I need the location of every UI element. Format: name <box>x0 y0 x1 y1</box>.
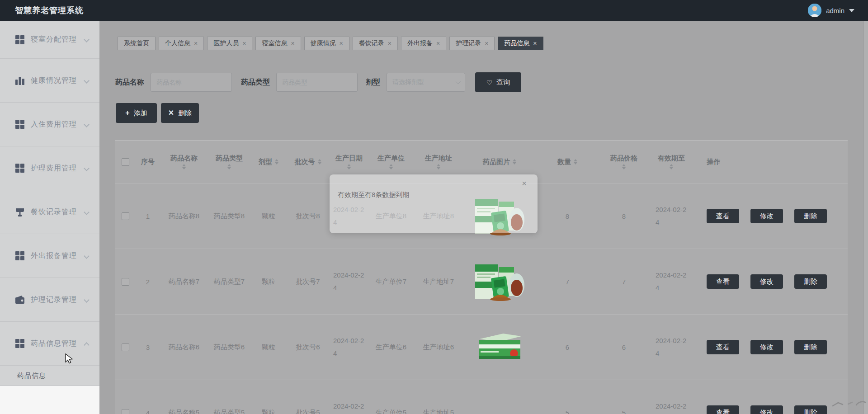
tab-health-status[interactable]: 健康情况× <box>304 37 349 50</box>
cell-addr: 生产地址5 <box>414 409 463 414</box>
cell-addr: 生产地址7 <box>414 278 463 286</box>
sort-icon[interactable] <box>227 164 231 169</box>
delete-row-button[interactable]: 删除 <box>794 274 827 289</box>
close-icon[interactable]: × <box>533 40 537 47</box>
sort-icon[interactable] <box>389 164 393 169</box>
sort-icon[interactable] <box>670 164 673 169</box>
sidebar-item-dining-records[interactable]: 餐饮记录管理 <box>0 190 99 234</box>
delete-row-button[interactable]: 删除 <box>794 209 827 223</box>
column-header-image[interactable]: 药品图片 <box>463 158 536 166</box>
sort-icon[interactable] <box>574 159 577 165</box>
close-icon[interactable]: × <box>485 40 488 47</box>
tab-label: 餐饮记录 <box>359 39 384 47</box>
sidebar-item-label: 护理费用管理 <box>31 164 77 173</box>
close-icon[interactable]: × <box>194 40 198 47</box>
cell-index: 1 <box>135 212 160 220</box>
cell-qty: 6 <box>536 343 599 351</box>
scrollbar[interactable] <box>863 21 868 414</box>
tab-personal-info[interactable]: 个人信息× <box>159 37 204 50</box>
row-checkbox[interactable] <box>122 212 129 220</box>
sidebar-item-nursing-records[interactable]: 护理记录管理 <box>0 278 99 322</box>
close-icon[interactable]: × <box>291 40 294 47</box>
close-icon[interactable]: × <box>522 179 527 188</box>
user-menu[interactable]: admin <box>808 4 854 17</box>
close-icon[interactable]: × <box>242 40 246 47</box>
sort-icon[interactable] <box>513 159 516 165</box>
column-header-expiry[interactable]: 有效期至 <box>649 154 694 169</box>
delete-row-button[interactable]: 删除 <box>794 405 827 414</box>
tab-outing-reports[interactable]: 外出报备× <box>401 37 446 50</box>
medicine-name-input[interactable] <box>151 73 232 92</box>
view-button[interactable]: 查看 <box>707 340 739 354</box>
column-header-price[interactable]: 药品价格 <box>599 154 649 169</box>
sidebar-item-nursing-fees[interactable]: 护理费用管理 <box>0 146 99 190</box>
row-checkbox[interactable] <box>122 409 129 414</box>
column-header-addr[interactable]: 生产地址 <box>414 154 463 169</box>
sort-icon[interactable] <box>622 164 626 169</box>
column-header-type[interactable]: 药品类型 <box>208 154 251 169</box>
cell-qty: 8 <box>536 212 599 220</box>
sidebar-item-medicine-info[interactable]: 药品信息管理 <box>0 322 99 366</box>
bar-chart-icon <box>14 75 25 86</box>
delete-button[interactable]: ✕ 删除 <box>161 103 199 123</box>
tab-label: 个人信息 <box>165 39 190 47</box>
column-header-name[interactable]: 药品名称 <box>160 154 208 169</box>
sidebar-filler <box>0 386 99 414</box>
delete-row-button[interactable]: 删除 <box>794 340 827 354</box>
tab-medical-staff[interactable]: 医护人员× <box>207 37 252 50</box>
medicine-type-input[interactable] <box>276 73 358 92</box>
sidebar-subitem-medicine-info[interactable]: 药品信息 <box>0 366 99 386</box>
cell-type: 药品类型7 <box>208 278 251 286</box>
cell-dosage: 颗粒 <box>251 212 286 221</box>
edit-button[interactable]: 修改 <box>750 340 783 354</box>
tab-label: 系统首页 <box>124 39 149 47</box>
sidebar-item-label: 餐饮记录管理 <box>31 207 77 217</box>
cell-unit: 生产单位6 <box>368 343 414 352</box>
cell-index: 3 <box>135 343 160 351</box>
view-button[interactable]: 查看 <box>707 274 739 289</box>
tab-medicine-info[interactable]: 药品信息× <box>498 37 543 50</box>
column-header-date[interactable]: 生产日期 <box>330 154 368 169</box>
view-button[interactable]: 查看 <box>707 209 739 223</box>
avatar[interactable] <box>808 4 821 17</box>
edit-button[interactable]: 修改 <box>750 405 783 414</box>
dosage-form-select[interactable]: 请选择剂型 <box>387 73 465 92</box>
sort-icon[interactable] <box>182 164 186 169</box>
tab-dining-records[interactable]: 餐饮记录× <box>353 37 398 50</box>
tab-dorm-info[interactable]: 寝室信息× <box>255 37 301 50</box>
column-header-dosage[interactable]: 剂型 <box>251 158 286 166</box>
edit-button[interactable]: 修改 <box>750 274 783 289</box>
cell-expiry: 2024-02-24 <box>656 334 687 360</box>
wallet-icon <box>14 294 25 305</box>
column-header-batch[interactable]: 批次号 <box>286 158 330 166</box>
table-row: 3 药品名称6 药品类型6 颗粒 批次号6 2024-02-24 生产单位6 生… <box>115 315 848 380</box>
sort-icon[interactable] <box>275 159 278 165</box>
medicine-type-label: 药品类型 <box>241 78 270 87</box>
row-checkbox[interactable] <box>122 343 129 351</box>
sort-icon[interactable] <box>318 159 321 165</box>
cell-date: 2024-02-24 <box>333 334 365 360</box>
close-icon[interactable]: × <box>436 40 440 47</box>
row-checkbox[interactable] <box>122 278 129 286</box>
dosage-form-label: 剂型 <box>366 78 380 87</box>
select-all-checkbox[interactable] <box>122 158 129 166</box>
grid-icon <box>14 163 25 174</box>
sort-icon[interactable] <box>347 164 351 169</box>
sidebar: 寝室分配管理 健康情况管理 入住费用管理 护理费用管理 餐饮记录管理 外出报备管… <box>0 21 99 414</box>
column-header-unit[interactable]: 生产单位 <box>368 154 414 169</box>
sidebar-item-checkin-fees[interactable]: 入住费用管理 <box>0 103 99 146</box>
tab-home[interactable]: 系统首页 <box>118 37 156 50</box>
sidebar-item-dorm-allocation[interactable]: 寝室分配管理 <box>0 21 99 59</box>
sort-icon[interactable] <box>437 164 440 169</box>
close-icon[interactable]: × <box>388 40 392 47</box>
column-header-qty[interactable]: 数量 <box>536 158 599 166</box>
sidebar-item-outing-reports[interactable]: 外出报备管理 <box>0 234 99 278</box>
tab-label: 外出报备 <box>407 39 433 47</box>
edit-button[interactable]: 修改 <box>750 209 783 223</box>
sidebar-item-health-status[interactable]: 健康情况管理 <box>0 59 99 103</box>
tab-nursing-records[interactable]: 护理记录× <box>449 37 495 50</box>
query-button[interactable]: ♡ 查询 <box>475 72 521 92</box>
add-button[interactable]: + 添加 <box>116 103 157 123</box>
close-icon[interactable]: × <box>340 40 343 47</box>
view-button[interactable]: 查看 <box>707 405 739 414</box>
